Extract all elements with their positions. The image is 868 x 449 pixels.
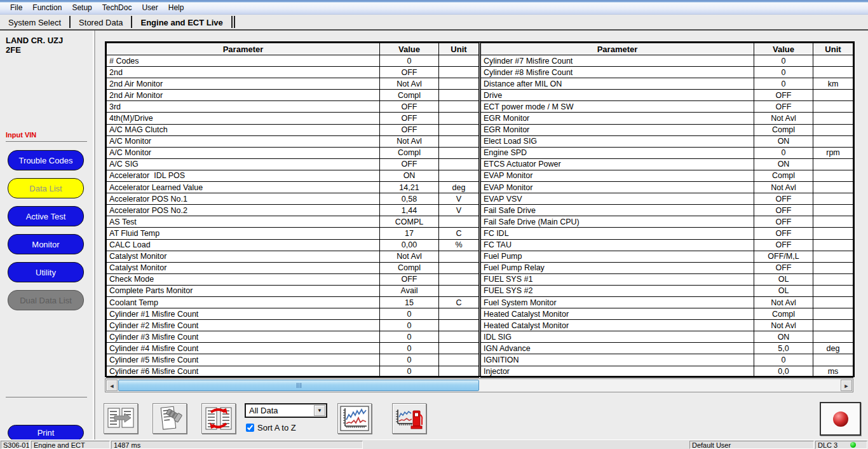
header-unit[interactable]: Unit <box>439 43 479 55</box>
table-row[interactable]: Fail Safe DriveOFF <box>481 205 853 216</box>
unit-cell <box>813 55 853 67</box>
table-row[interactable]: ECT power mode / M SWOFF <box>481 101 853 113</box>
table-row[interactable]: CALC Load0,00% <box>107 239 479 251</box>
table-row[interactable]: EVAP MonitorCompl <box>481 170 853 181</box>
table-row[interactable]: Fuel Pump RelayOFF <box>481 262 853 273</box>
sort-a-to-z-checkbox[interactable] <box>246 424 254 432</box>
header-parameter[interactable]: Parameter <box>481 43 754 55</box>
table-row[interactable]: IGN Advance5,0deg <box>481 343 853 354</box>
table-row[interactable]: Cylinder #3 Misfire Count0 <box>107 331 479 343</box>
table-row[interactable]: Heated Catalyst MonitorNot Avl <box>481 320 853 331</box>
table-row[interactable]: Cylinder #2 Misfire Count0 <box>107 320 479 331</box>
table-row[interactable]: Catalyst MonitorNot Avl <box>107 251 479 262</box>
unit-cell <box>813 135 853 147</box>
monitor-button[interactable]: Monitor <box>8 234 84 254</box>
data-filter-dropdown[interactable]: All Data ▼ <box>245 403 327 418</box>
table-row[interactable]: Accelerator POS No.10,58V <box>107 193 479 205</box>
line-graph-button[interactable] <box>337 403 372 434</box>
table-row[interactable]: Accelerator IDL POSON <box>107 170 479 181</box>
table-row[interactable]: Cylinder #4 Misfire Count0 <box>107 343 479 354</box>
utility-button[interactable]: Utility <box>8 262 84 282</box>
scrollbar-thumb[interactable] <box>118 380 479 391</box>
menu-user[interactable]: User <box>137 1 163 14</box>
menu-function[interactable]: Function <box>27 1 67 14</box>
header-unit[interactable]: Unit <box>813 43 853 55</box>
record-button[interactable] <box>820 402 861 436</box>
table-row[interactable]: Check ModeOFF <box>107 273 479 285</box>
table-row[interactable]: FC IDLOFF <box>481 228 853 239</box>
header-parameter[interactable]: Parameter <box>107 43 380 55</box>
table-row[interactable]: EVAP MonitorNot Avl <box>481 182 853 193</box>
menu-techdoc[interactable]: TechDoc <box>97 1 137 14</box>
param-cell: FUEL SYS #2 <box>481 285 754 296</box>
table-row[interactable]: AS TestCOMPL <box>107 216 479 228</box>
select-data-list-button[interactable] <box>104 403 138 434</box>
table-row[interactable]: AT Fluid Temp17C <box>107 228 479 239</box>
value-cell: OFF <box>754 239 813 251</box>
table-row[interactable]: A/C MAG ClutchOFF <box>107 124 479 135</box>
swap-data-list-button[interactable] <box>201 403 236 434</box>
graph-fuel-button[interactable] <box>392 403 426 434</box>
dual-data-list-button[interactable]: Dual Data List <box>8 290 84 310</box>
table-row[interactable]: 2ndOFF <box>107 67 479 78</box>
table-row[interactable]: Cylinder #7 Misfire Count0 <box>481 55 853 67</box>
trouble-codes-button[interactable]: Trouble Codes <box>8 150 84 170</box>
table-row[interactable]: Cylinder #8 Misfire Count0 <box>481 67 853 78</box>
status-bar: S306-01 Engine and ECT 1487 ms Default U… <box>0 439 868 449</box>
table-row[interactable]: Cylinder #5 Misfire Count0 <box>107 354 479 366</box>
table-row[interactable]: Engine SPD0rpm <box>481 147 853 158</box>
menu-file[interactable]: File <box>5 1 27 14</box>
table-row[interactable]: 2nd Air MonitorNot Avl <box>107 78 479 90</box>
active-test-button[interactable]: Active Test <box>8 206 84 226</box>
table-row[interactable]: Injector0,0ms <box>481 366 853 377</box>
table-row[interactable]: FUEL SYS #1OL <box>481 273 853 285</box>
table-row[interactable]: DriveOFF <box>481 90 853 101</box>
table-row[interactable]: Accelerator POS No.21,44V <box>107 205 479 216</box>
tab-system-select[interactable]: System Select <box>0 16 71 28</box>
table-row[interactable]: Fuel System MonitorNot Avl <box>481 296 853 308</box>
unit-cell <box>813 320 853 331</box>
table-row[interactable]: Fuel PumpOFF/M,L <box>481 251 853 262</box>
print-button[interactable]: Print <box>8 425 84 441</box>
table-row[interactable]: Heated Catalyst MonitorCompl <box>481 308 853 320</box>
table-row[interactable]: 3rdOFF <box>107 101 479 113</box>
table-row[interactable]: EGR MonitorNot Avl <box>481 113 853 124</box>
table-row[interactable]: Complete Parts MonitorAvail <box>107 285 479 296</box>
header-value[interactable]: Value <box>380 43 439 55</box>
table-row[interactable]: 4th(M)/DriveOFF <box>107 113 479 124</box>
menu-setup[interactable]: Setup <box>67 1 97 14</box>
tab-engine-ect-live[interactable]: Engine and ECT Live <box>132 16 232 28</box>
dropdown-arrow-icon[interactable]: ▼ <box>314 405 325 416</box>
table-row[interactable]: IGNITION0 <box>481 354 853 366</box>
table-row[interactable]: IDL SIGON <box>481 331 853 343</box>
table-header-row: Parameter Value Unit <box>481 43 853 55</box>
header-value[interactable]: Value <box>754 43 813 55</box>
table-row[interactable]: # Codes0 <box>107 55 479 67</box>
table-row[interactable]: Coolant Temp15C <box>107 296 479 308</box>
table-row[interactable]: Catalyst MonitorCompl <box>107 262 479 273</box>
tab-stored-data[interactable]: Stored Data <box>71 16 132 28</box>
table-row[interactable]: Distance after MIL ON0km <box>481 78 853 90</box>
horizontal-scrollbar[interactable]: ◄ ► <box>105 378 853 392</box>
table-row[interactable]: Elect Load SIGON <box>481 135 853 147</box>
table-row[interactable]: ETCS Actuator PowerON <box>481 158 853 170</box>
table-row[interactable]: Cylinder #6 Misfire Count0 <box>107 366 479 377</box>
input-vin-link[interactable]: Input VIN <box>6 131 36 139</box>
inspect-data-button[interactable] <box>153 403 187 434</box>
table-row[interactable]: A/C SIGOFF <box>107 158 479 170</box>
table-row[interactable]: Accelerator Learned Value14,21deg <box>107 182 479 193</box>
table-row[interactable]: Cylinder #1 Misfire Count0 <box>107 308 479 320</box>
table-row[interactable]: 2nd Air MonitorCompl <box>107 90 479 101</box>
vehicle-info: LAND CR. UZJ 2FE <box>6 36 63 55</box>
scroll-right-arrow-icon[interactable]: ► <box>841 380 852 391</box>
scroll-left-arrow-icon[interactable]: ◄ <box>106 380 118 391</box>
table-row[interactable]: Fail Safe Drive (Main CPU)OFF <box>481 216 853 228</box>
table-row[interactable]: A/C MonitorCompl <box>107 147 479 158</box>
table-row[interactable]: A/C MonitorNot Avl <box>107 135 479 147</box>
table-row[interactable]: FUEL SYS #2OL <box>481 285 853 296</box>
menu-help[interactable]: Help <box>163 1 189 14</box>
table-row[interactable]: FC TAUOFF <box>481 239 853 251</box>
table-row[interactable]: EVAP VSVOFF <box>481 193 853 205</box>
data-list-button[interactable]: Data List <box>8 178 84 198</box>
table-row[interactable]: EGR MonitorCompl <box>481 124 853 135</box>
